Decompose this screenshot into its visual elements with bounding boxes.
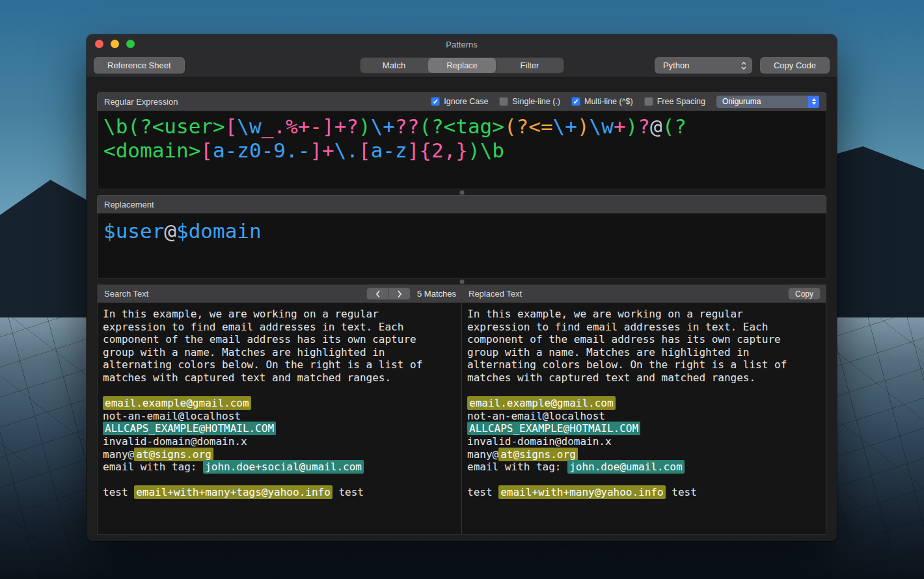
regex-section-bar: Regular Expression ✓ Ignore Case ✓ Singl… bbox=[97, 92, 826, 111]
prev-match-button[interactable] bbox=[367, 288, 388, 299]
text-segment: alternating colors below. On the right i… bbox=[103, 358, 422, 371]
replaced-pane-title: Replaced Text bbox=[469, 289, 522, 299]
text-line bbox=[103, 474, 456, 487]
text-segment: not-an-email@localhost bbox=[103, 410, 241, 422]
text-segment: many@ bbox=[103, 448, 134, 461]
text-segment: {2,} bbox=[419, 139, 468, 162]
text-line: email with tag: john.doe@umail.com bbox=[467, 461, 821, 474]
regex-editor[interactable]: \b(?<user>[\w_.%+-]+?)\+??(?<tag>(?<=\+)… bbox=[97, 111, 826, 189]
text-segment: (? bbox=[662, 114, 686, 138]
splitter-handle[interactable] bbox=[97, 278, 826, 284]
text-segment: @ bbox=[164, 219, 176, 243]
copy-button[interactable]: Copy bbox=[788, 288, 821, 300]
splitter-handle[interactable] bbox=[97, 189, 826, 195]
match-highlight: john.doe+social@umail.com bbox=[203, 460, 364, 474]
text-line: expression to find email addresses in te… bbox=[103, 321, 456, 334]
match-highlight: email.example@gmail.com bbox=[103, 396, 251, 410]
text-segment: @ bbox=[650, 114, 662, 138]
text-line: alternating colors below. On the right i… bbox=[103, 358, 456, 371]
match-highlight: email.example@gmail.com bbox=[467, 396, 616, 410]
match-highlight: ALLCAPS_EXAMPLE@HOTMAIL.COM bbox=[467, 422, 640, 435]
text-segment: a-z0-9.- bbox=[213, 139, 310, 162]
close-button[interactable] bbox=[95, 40, 103, 48]
text-line: email.example@gmail.com bbox=[467, 397, 821, 410]
text-line: component of the email address has its o… bbox=[103, 333, 456, 346]
text-segment: ? bbox=[638, 114, 650, 138]
mode-segmented-control: Match Replace Filter bbox=[360, 57, 564, 74]
check-icon: ✓ bbox=[431, 97, 440, 106]
checkbox-ignore-case[interactable]: ✓ Ignore Case bbox=[431, 97, 488, 106]
checkbox-single-line[interactable]: ✓ Single-line (.) bbox=[499, 97, 560, 106]
text-line: ALLCAPS_EXAMPLE@HOTMAIL.COM bbox=[467, 422, 821, 435]
replacement-editor[interactable]: $user@$domain bbox=[97, 213, 826, 278]
text-segment: + bbox=[614, 114, 626, 138]
language-popup-label: Python bbox=[663, 61, 689, 70]
text-segment: + bbox=[322, 139, 334, 162]
checkbox-label: Multi-line (^$) bbox=[584, 97, 633, 106]
search-text-body[interactable]: In this example, we are working on a reg… bbox=[98, 303, 461, 534]
language-popup[interactable]: Python bbox=[655, 57, 752, 74]
checkbox-box: ✓ bbox=[499, 97, 508, 106]
text-segment: (?<user> bbox=[128, 114, 224, 138]
text-segment: email with tag: bbox=[103, 461, 203, 473]
text-segment: many@ bbox=[467, 448, 498, 461]
search-pane: Search Text 5 Matches In this example, w… bbox=[98, 285, 461, 534]
next-match-button[interactable] bbox=[388, 288, 410, 299]
regex-section-title: Regular Expression bbox=[104, 97, 178, 107]
minimize-button[interactable] bbox=[111, 40, 119, 48]
text-line: not-an-email@localhost bbox=[103, 410, 456, 423]
text-line bbox=[103, 384, 456, 397]
match-highlight: email+with+many@yahoo.info bbox=[498, 485, 665, 499]
zoom-button[interactable] bbox=[126, 40, 135, 48]
text-line: matches with captured text and matched r… bbox=[103, 371, 456, 384]
regex-options: ✓ Ignore Case ✓ Single-line (.) ✓ Multi-… bbox=[431, 96, 819, 108]
text-line: test email+with+many+tags@yahoo.info tes… bbox=[103, 486, 456, 499]
chevron-left-icon bbox=[375, 290, 381, 298]
titlebar: Patterns bbox=[87, 34, 837, 54]
text-segment: expression to find email addresses in te… bbox=[103, 321, 403, 333]
matches-count: 5 Matches bbox=[417, 289, 456, 299]
match-nav-control bbox=[366, 288, 411, 300]
text-line: group with a name. Matches are highlight… bbox=[467, 346, 821, 359]
reference-sheet-button[interactable]: Reference Sheet bbox=[94, 57, 185, 74]
match-highlight: email+with+many+tags@yahoo.info bbox=[134, 485, 333, 499]
text-line: <domain>[a-z0-9.-]+\.[a-z]{2,})\b bbox=[103, 139, 820, 163]
text-segment: <domain> bbox=[103, 139, 200, 162]
replacement-section-title: Replacement bbox=[104, 200, 154, 209]
text-segment: test bbox=[333, 486, 364, 498]
text-segment: \w bbox=[590, 114, 614, 138]
toolbar-right-group: Python Copy Code bbox=[655, 57, 830, 74]
checkbox-label: Free Spacing bbox=[657, 97, 705, 106]
text-line: email.example@gmail.com bbox=[103, 397, 456, 410]
text-line: invalid-domain@domain.x bbox=[467, 435, 821, 448]
segment-filter[interactable]: Filter bbox=[496, 58, 564, 73]
text-segment: ) bbox=[577, 114, 590, 138]
text-segment: ?? bbox=[395, 114, 419, 138]
text-segment: ) bbox=[626, 114, 638, 138]
segment-replace[interactable]: Replace bbox=[428, 58, 496, 73]
text-line: ALLCAPS_EXAMPLE@HOTMAIL.COM bbox=[103, 422, 456, 435]
desktop-background: Patterns Reference Sheet Match Replace F… bbox=[0, 0, 924, 579]
match-highlight: at@signs.org bbox=[498, 448, 578, 461]
text-line: \b(?<user>[\w_.%+-]+?)\+??(?<tag>(?<=\+)… bbox=[103, 114, 820, 139]
text-segment: email with tag: bbox=[467, 461, 567, 473]
text-segment: \. bbox=[334, 139, 359, 162]
text-segment: [ bbox=[225, 114, 238, 138]
segment-match[interactable]: Match bbox=[360, 58, 428, 73]
checkbox-free-spacing[interactable]: ✓ Free Spacing bbox=[644, 97, 705, 106]
flavor-popup[interactable]: Oniguruma bbox=[716, 96, 819, 108]
text-segment: In this example, we are working on a reg… bbox=[467, 308, 743, 320]
text-line: not-an-email@localhost bbox=[467, 410, 821, 423]
replaced-text-body: In this example, we are working on a reg… bbox=[462, 303, 826, 534]
text-segment: ) bbox=[468, 139, 480, 162]
checkbox-multi-line[interactable]: ✓ Multi-line (^$) bbox=[571, 97, 633, 106]
search-pane-title: Search Text bbox=[104, 289, 148, 299]
text-segment: component of the email address has its o… bbox=[467, 333, 781, 345]
checkbox-box: ✓ bbox=[644, 97, 653, 106]
text-segment: not-an-email@localhost bbox=[467, 410, 605, 422]
text-segment: matches with captured text and matched r… bbox=[467, 371, 755, 384]
text-segment: group with a name. Matches are highlight… bbox=[103, 346, 385, 358]
checkbox-label: Ignore Case bbox=[444, 97, 488, 106]
copy-code-button[interactable]: Copy Code bbox=[760, 57, 830, 74]
popup-arrows-icon bbox=[808, 96, 819, 108]
